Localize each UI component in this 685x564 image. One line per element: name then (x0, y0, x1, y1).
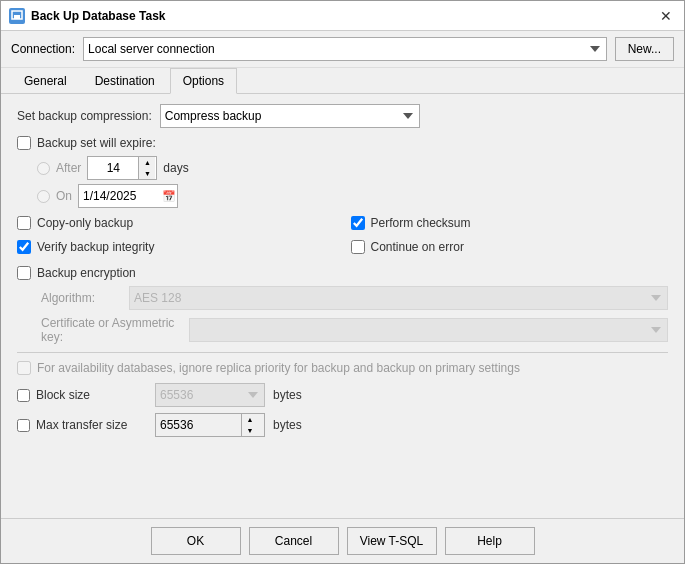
connection-label: Connection: (11, 42, 75, 56)
continue-error-row: Continue on error (351, 240, 669, 254)
cert-label: Certificate or Asymmetric key: (41, 316, 181, 344)
date-value[interactable]: 1/14/2025 (83, 189, 158, 203)
encryption-row: Backup encryption (17, 266, 668, 280)
block-size-checkbox[interactable] (17, 389, 30, 402)
continue-error-checkbox[interactable] (351, 240, 365, 254)
divider (17, 352, 668, 353)
checksum-checkbox[interactable] (351, 216, 365, 230)
date-input: 1/14/2025 📅 (78, 184, 178, 208)
algorithm-row: Algorithm: AES 128 (41, 286, 668, 310)
cert-row: Certificate or Asymmetric key: (41, 316, 668, 344)
new-button[interactable]: New... (615, 37, 674, 61)
after-up[interactable]: ▲ (139, 157, 155, 168)
max-transfer-value[interactable]: 65536 (156, 414, 241, 436)
days-label: days (163, 161, 188, 175)
ok-button[interactable]: OK (151, 527, 241, 555)
max-transfer-unit: bytes (273, 418, 302, 432)
tab-destination[interactable]: Destination (82, 68, 168, 94)
encryption-checkbox[interactable] (17, 266, 31, 280)
on-radio[interactable] (37, 190, 50, 203)
window-title: Back Up Database Task (31, 9, 166, 23)
view-tsql-button[interactable]: View T-SQL (347, 527, 437, 555)
footer: OK Cancel View T-SQL Help (1, 518, 684, 563)
block-size-select[interactable]: 65536 (155, 383, 265, 407)
continue-error-label: Continue on error (371, 240, 464, 254)
compression-label: Set backup compression: (17, 109, 152, 123)
title-bar: Back Up Database Task ✕ (1, 1, 684, 31)
max-transfer-row: Max transfer size 65536 ▲ ▼ bytes (17, 413, 668, 437)
after-row: After 14 ▲ ▼ days (37, 156, 668, 180)
title-bar-left: Back Up Database Task (9, 8, 166, 24)
cancel-button[interactable]: Cancel (249, 527, 339, 555)
after-value[interactable]: 14 (88, 157, 138, 179)
checkboxes-grid: Copy-only backup Perform checksum Verify… (17, 216, 668, 260)
algorithm-select[interactable]: AES 128 (129, 286, 668, 310)
after-label: After (56, 161, 81, 175)
checksum-label: Perform checksum (371, 216, 471, 230)
max-transfer-spinbox: 65536 ▲ ▼ (155, 413, 265, 437)
tab-general[interactable]: General (11, 68, 80, 94)
backup-set-expire-label: Backup set will expire: (37, 136, 156, 150)
verify-checkbox[interactable] (17, 240, 31, 254)
checksum-row: Perform checksum (351, 216, 669, 230)
tab-options[interactable]: Options (170, 68, 237, 94)
connection-select[interactable]: Local server connection (83, 37, 607, 61)
backup-set-expire-checkbox[interactable] (17, 136, 31, 150)
after-radio[interactable] (37, 162, 50, 175)
max-transfer-label: Max transfer size (36, 418, 127, 432)
connection-bar: Connection: Local server connection New.… (1, 31, 684, 68)
backup-set-expire-row: Backup set will expire: (17, 136, 668, 150)
max-transfer-arrows: ▲ ▼ (241, 414, 257, 436)
on-row: On 1/14/2025 📅 (37, 184, 668, 208)
max-transfer-cb-wrap: Max transfer size (17, 418, 147, 432)
svg-rect-1 (14, 15, 20, 19)
verify-label: Verify backup integrity (37, 240, 154, 254)
algorithm-label: Algorithm: (41, 291, 121, 305)
dialog-window: Back Up Database Task ✕ Connection: Loca… (0, 0, 685, 564)
tabs-bar: General Destination Options (1, 68, 684, 94)
copy-only-label: Copy-only backup (37, 216, 133, 230)
help-button[interactable]: Help (445, 527, 535, 555)
compression-row: Set backup compression: Use the default … (17, 104, 668, 128)
copy-only-row: Copy-only backup (17, 216, 335, 230)
availability-label: For availability databases, ignore repli… (37, 361, 520, 375)
block-size-row: Block size 65536 bytes (17, 383, 668, 407)
cert-select[interactable] (189, 318, 668, 342)
after-arrows: ▲ ▼ (138, 157, 154, 179)
after-down[interactable]: ▼ (139, 168, 155, 179)
close-button[interactable]: ✕ (656, 6, 676, 26)
encryption-label: Backup encryption (37, 266, 136, 280)
max-transfer-checkbox[interactable] (17, 419, 30, 432)
on-label: On (56, 189, 72, 203)
availability-checkbox[interactable] (17, 361, 31, 375)
block-size-cb-wrap: Block size (17, 388, 147, 402)
max-transfer-up[interactable]: ▲ (242, 414, 258, 425)
max-transfer-down[interactable]: ▼ (242, 425, 258, 436)
window-icon (9, 8, 25, 24)
compression-select[interactable]: Use the default server setting Compress … (160, 104, 420, 128)
options-content: Set backup compression: Use the default … (1, 94, 684, 518)
verify-row: Verify backup integrity (17, 240, 335, 254)
after-spinbox: 14 ▲ ▼ (87, 156, 157, 180)
calendar-icon[interactable]: 📅 (162, 190, 176, 203)
copy-only-checkbox[interactable] (17, 216, 31, 230)
block-size-unit: bytes (273, 388, 302, 402)
availability-row: For availability databases, ignore repli… (17, 361, 668, 375)
block-size-label: Block size (36, 388, 90, 402)
